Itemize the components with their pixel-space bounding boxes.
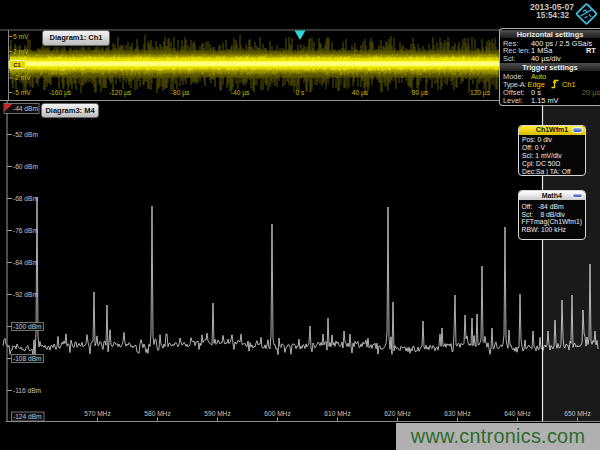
svg-text:-60 dBm: -60 dBm bbox=[13, 163, 38, 170]
svg-text:650 MHz: 650 MHz bbox=[564, 410, 590, 417]
svg-text:-5 mV: -5 mV bbox=[13, 89, 31, 96]
svg-text:580 MHz: 580 MHz bbox=[144, 410, 170, 417]
svg-text:-116 dBm: -116 dBm bbox=[13, 387, 42, 394]
svg-text:590 MHz: 590 MHz bbox=[204, 410, 230, 417]
svg-text:C1: C1 bbox=[13, 62, 21, 68]
svg-text:-120 µs: -120 µs bbox=[109, 89, 132, 97]
svg-text:-44 dBm: -44 dBm bbox=[13, 105, 38, 112]
svg-text:630 MHz: 630 MHz bbox=[444, 410, 470, 417]
svg-text:120 µs: 120 µs bbox=[470, 89, 491, 97]
svg-text:0 s: 0 s bbox=[296, 89, 305, 96]
svg-text:40 µs: 40 µs bbox=[352, 89, 369, 97]
svg-text:-84 dBm: -84 dBm bbox=[13, 259, 38, 266]
svg-text:620 MHz: 620 MHz bbox=[384, 410, 410, 417]
svg-text:-40 µs: -40 µs bbox=[231, 89, 250, 97]
svg-text:-124 dBm: -124 dBm bbox=[13, 413, 42, 420]
svg-text:-100 dBm: -100 dBm bbox=[13, 323, 42, 330]
svg-text:80 µs: 80 µs bbox=[412, 89, 429, 97]
svg-text:-68 dBm: -68 dBm bbox=[13, 195, 38, 202]
svg-text:-76 dBm: -76 dBm bbox=[13, 227, 38, 234]
svg-text:5 mV: 5 mV bbox=[13, 33, 29, 40]
svg-text:-52 dBm: -52 dBm bbox=[13, 131, 38, 138]
svg-text:610 MHz: 610 MHz bbox=[324, 410, 350, 417]
svg-text:-80 µs: -80 µs bbox=[171, 89, 190, 97]
svg-text:2 mV: 2 mV bbox=[13, 48, 29, 55]
svg-text:640 MHz: 640 MHz bbox=[504, 410, 530, 417]
svg-text:-108 dBm: -108 dBm bbox=[13, 355, 42, 362]
svg-text:-2 mV: -2 mV bbox=[13, 74, 31, 81]
svg-text:-160 µs: -160 µs bbox=[49, 89, 72, 97]
svg-text:570 MHz: 570 MHz bbox=[84, 410, 110, 417]
svg-text:600 MHz: 600 MHz bbox=[264, 410, 290, 417]
svg-text:-92 dBm: -92 dBm bbox=[13, 291, 38, 298]
